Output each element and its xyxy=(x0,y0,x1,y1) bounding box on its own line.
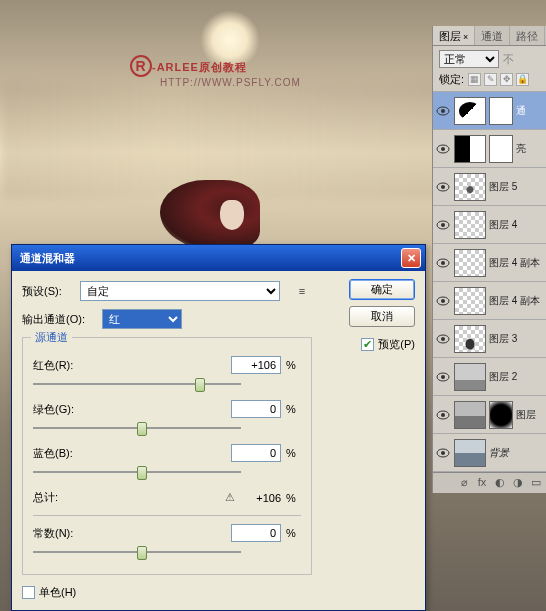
monochrome-label: 单色(H) xyxy=(39,585,76,600)
svg-point-1 xyxy=(441,109,445,113)
layer-mask-thumb xyxy=(489,97,513,125)
adjustment-icon[interactable]: ◑ xyxy=(511,476,525,490)
dialog-title: 通道混和器 xyxy=(20,251,401,266)
layer-thumb xyxy=(454,363,486,391)
link-icon[interactable]: ⌀ xyxy=(457,476,471,490)
preview-label: 预览(P) xyxy=(378,337,415,352)
layer-item[interactable]: 图层 4 副本 xyxy=(433,244,546,282)
lock-transparency-icon[interactable]: ▦ xyxy=(468,73,481,86)
svg-point-7 xyxy=(441,223,445,227)
pct-label: % xyxy=(281,359,301,371)
blend-mode-select[interactable]: 正常 xyxy=(439,50,499,68)
red-input[interactable] xyxy=(231,356,281,374)
layer-thumb xyxy=(454,325,486,353)
red-label: 红色(R): xyxy=(33,358,93,373)
lock-all-icon[interactable]: 🔒 xyxy=(516,73,529,86)
layer-item[interactable]: 图层 4 xyxy=(433,206,546,244)
preset-menu-icon[interactable]: ≡ xyxy=(294,283,310,299)
monochrome-checkbox[interactable]: 单色(H) xyxy=(22,585,415,600)
visibility-icon[interactable] xyxy=(435,331,451,347)
constant-label: 常数(N): xyxy=(33,526,93,541)
lock-label: 锁定: xyxy=(439,72,464,87)
layer-thumb xyxy=(454,401,486,429)
visibility-icon[interactable] xyxy=(435,141,451,157)
layer-thumb xyxy=(454,287,486,315)
layer-item[interactable]: 图层 xyxy=(433,396,546,434)
panel-tabs: 图层× 通道 路径 xyxy=(433,26,546,46)
visibility-icon[interactable] xyxy=(435,103,451,119)
visibility-icon[interactable] xyxy=(435,293,451,309)
layer-thumb xyxy=(454,439,486,467)
svg-point-15 xyxy=(441,375,445,379)
preset-label: 预设(S): xyxy=(22,284,74,299)
svg-point-11 xyxy=(441,299,445,303)
figure-hair xyxy=(160,180,260,250)
green-label: 绿色(G): xyxy=(33,402,93,417)
ok-button[interactable]: 确定 xyxy=(349,279,415,300)
dialog-titlebar[interactable]: 通道混和器 ✕ xyxy=(12,245,425,271)
layer-item[interactable]: 亮 xyxy=(433,130,546,168)
visibility-icon[interactable] xyxy=(435,179,451,195)
lock-position-icon[interactable]: ✥ xyxy=(500,73,513,86)
layer-item[interactable]: 背景 xyxy=(433,434,546,472)
checkbox-unchecked-icon xyxy=(22,586,35,599)
blue-input[interactable] xyxy=(231,444,281,462)
opacity-label: 不 xyxy=(503,52,514,67)
layers-panel: 图层× 通道 路径 正常 不 锁定: ▦ ✎ ✥ 🔒 通 xyxy=(432,26,546,493)
watermark-title: -ARLEE原创教程 xyxy=(152,61,247,73)
source-channels-group-title: 源通道 xyxy=(31,330,72,345)
layer-thumb xyxy=(454,173,486,201)
mask-icon[interactable]: ◐ xyxy=(493,476,507,490)
layer-thumb xyxy=(454,97,486,125)
visibility-icon[interactable] xyxy=(435,369,451,385)
green-slider[interactable] xyxy=(33,420,241,436)
layer-item[interactable]: 图层 2 xyxy=(433,358,546,396)
green-input[interactable] xyxy=(231,400,281,418)
figure xyxy=(170,180,260,250)
watermark: R-ARLEE原创教程 HTTP://WWW.PSFLY.COM xyxy=(130,55,301,88)
visibility-icon[interactable] xyxy=(435,407,451,423)
close-icon[interactable]: ✕ xyxy=(401,248,421,268)
constant-slider[interactable] xyxy=(33,544,241,560)
layer-item[interactable]: 图层 3 xyxy=(433,320,546,358)
visibility-icon[interactable] xyxy=(435,445,451,461)
layer-thumb xyxy=(454,135,486,163)
tab-paths[interactable]: 路径 xyxy=(510,26,545,45)
svg-point-9 xyxy=(441,261,445,265)
output-channel-select[interactable]: 红 xyxy=(102,309,182,329)
svg-point-19 xyxy=(441,451,445,455)
svg-point-17 xyxy=(441,413,445,417)
total-label: 总计: xyxy=(33,490,93,505)
blue-slider[interactable] xyxy=(33,464,241,480)
red-slider[interactable] xyxy=(33,376,241,392)
layer-item[interactable]: 图层 4 副本 xyxy=(433,282,546,320)
layer-mask-thumb xyxy=(489,135,513,163)
preview-checkbox[interactable]: ✔ 预览(P) xyxy=(361,337,415,352)
svg-point-13 xyxy=(441,337,445,341)
lock-paint-icon[interactable]: ✎ xyxy=(484,73,497,86)
layer-item[interactable]: 图层 5 xyxy=(433,168,546,206)
tab-layers[interactable]: 图层× xyxy=(433,26,475,45)
visibility-icon[interactable] xyxy=(435,255,451,271)
layer-mask-thumb xyxy=(489,401,513,429)
blue-label: 蓝色(B): xyxy=(33,446,93,461)
cancel-button[interactable]: 取消 xyxy=(349,306,415,327)
svg-point-3 xyxy=(441,147,445,151)
layer-thumb xyxy=(454,249,486,277)
total-value: +106 xyxy=(241,492,281,504)
folder-icon[interactable]: ▭ xyxy=(529,476,543,490)
visibility-icon[interactable] xyxy=(435,217,451,233)
channel-mixer-dialog: 通道混和器 ✕ 确定 取消 ✔ 预览(P) 预设(S): 自定 ≡ 输出通道(O… xyxy=(11,244,426,611)
output-channel-label: 输出通道(O): xyxy=(22,312,96,327)
layer-item[interactable]: 通 xyxy=(433,92,546,130)
constant-input[interactable] xyxy=(231,524,281,542)
panel-footer: ⌀ fx ◐ ◑ ▭ xyxy=(433,472,546,493)
tab-channels[interactable]: 通道 xyxy=(475,26,510,45)
svg-point-5 xyxy=(441,185,445,189)
warning-icon: ⚠ xyxy=(93,491,241,504)
watermark-url: HTTP://WWW.PSFLY.COM xyxy=(160,77,301,88)
figure-face xyxy=(220,200,244,230)
fx-icon[interactable]: fx xyxy=(475,476,489,490)
watermark-r-icon: R xyxy=(130,55,152,77)
preset-select[interactable]: 自定 xyxy=(80,281,280,301)
